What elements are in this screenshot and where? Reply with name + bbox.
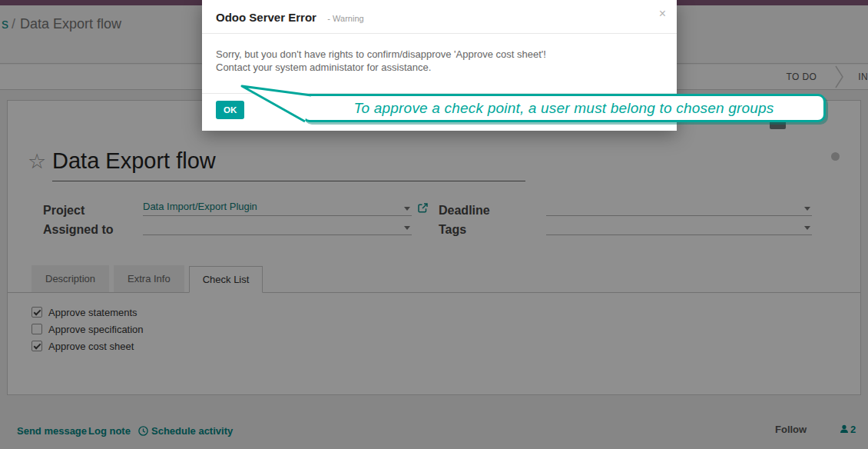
screen: s/Data Export flow TO DO IN ☆ Data Expor… [0, 0, 868, 449]
dialog-header: Odoo Server Error - Warning × [202, 0, 677, 34]
dialog-body: Sorry, but you don't have rights to conf… [202, 34, 677, 74]
error-message-line2: Contact your system administator for ass… [216, 61, 663, 74]
close-icon[interactable]: × [659, 8, 666, 20]
tip-callout-text: To approve a check point, a user must be… [353, 100, 774, 117]
error-message-line1: Sorry, but you don't have rights to conf… [216, 48, 663, 61]
tip-callout-bubble: To approve a check point, a user must be… [302, 94, 826, 122]
tip-callout-tail [234, 80, 315, 125]
dialog-title: Odoo Server Error [216, 11, 316, 24]
dialog-subtitle: - Warning [327, 14, 363, 23]
